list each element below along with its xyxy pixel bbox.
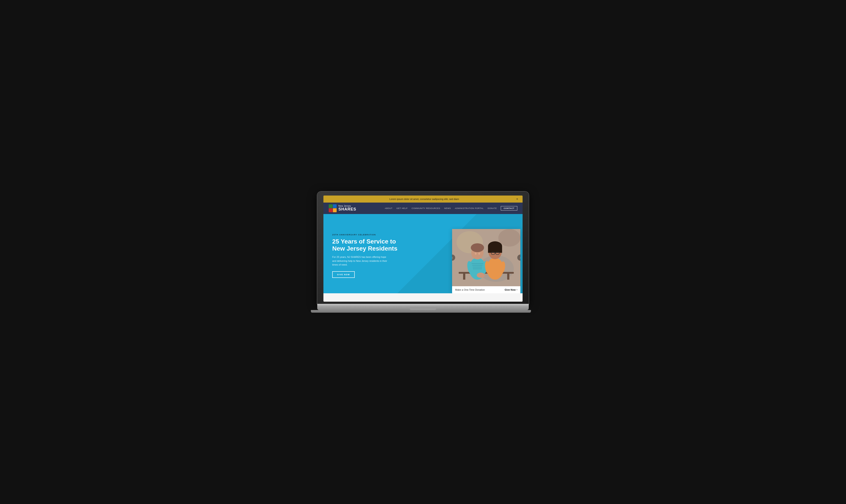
nav-link-admin[interactable]: ADMINISTRATION PORTAL — [455, 207, 484, 210]
hero-body-text: For 25 years, NJ SHARES has been offerin… — [332, 255, 389, 267]
screen-bezel: Lorem ipsum dolor sit amet, consetetur s… — [317, 192, 529, 304]
hero-title: 25 Years of Service to New Jersey Reside… — [332, 238, 398, 252]
logo-shares: SHARES — [338, 207, 356, 212]
nav-link-donate[interactable]: DONATE — [488, 207, 497, 210]
svg-point-15 — [478, 253, 480, 255]
nav-link-about[interactable]: ABOUT — [385, 207, 393, 210]
nav-links: ABOUT GET HELP COMMUNITY RESOURCES NEWS … — [385, 206, 517, 211]
laptop-base — [317, 304, 529, 310]
svg-point-14 — [475, 253, 477, 255]
give-now-label: Give Now — [505, 288, 516, 291]
svg-rect-5 — [463, 273, 465, 280]
contact-button[interactable]: CONTACT — [501, 206, 517, 211]
logo-text: New Jersey SHARES — [338, 205, 356, 212]
nav-link-community[interactable]: COMMUNITY RESOURCES — [411, 207, 440, 210]
svg-point-18 — [477, 273, 485, 278]
svg-rect-8 — [470, 263, 485, 264]
give-now-button[interactable]: Give Now › — [505, 288, 517, 291]
announcement-text: Lorem ipsum dolor sit amet, consetetur s… — [332, 198, 516, 200]
svg-point-13 — [471, 243, 484, 252]
logo-icon — [329, 204, 337, 212]
announcement-close-button[interactable]: + — [516, 197, 518, 201]
donation-label: Make a One-Time Donation — [455, 288, 485, 291]
laptop-foot — [311, 310, 531, 313]
svg-point-2 — [498, 229, 521, 247]
footer-area — [323, 293, 523, 302]
browser-screen: Lorem ipsum dolor sit amet, consetetur s… — [323, 196, 523, 302]
svg-rect-4 — [459, 272, 514, 274]
nav-link-get-help[interactable]: GET HELP — [396, 207, 408, 210]
give-now-arrow-icon: › — [517, 288, 517, 291]
women-illustration — [452, 229, 521, 286]
hero-image: ‹ › — [452, 229, 521, 286]
site-logo[interactable]: New Jersey SHARES — [329, 204, 356, 212]
navigation-bar: New Jersey SHARES ABOUT GET HELP COMMUNI… — [323, 202, 523, 214]
hero-content-right: ‹ › Make a One-Time Donation Give Now › — [452, 214, 523, 293]
hero-section: 25TH ANNIVERSARY CELEBRATION 25 Years of… — [323, 214, 523, 293]
hero-cta-button[interactable]: GIVE NOW — [332, 271, 355, 278]
donation-card-footer: Make a One-Time Donation Give Now › — [452, 286, 521, 293]
hero-image-card: ‹ › Make a One-Time Donation Give Now › — [452, 229, 521, 293]
hero-content-left: 25TH ANNIVERSARY CELEBRATION 25 Years of… — [323, 214, 452, 293]
announcement-bar: Lorem ipsum dolor sit amet, consetetur s… — [323, 196, 523, 202]
hero-subtitle: 25TH ANNIVERSARY CELEBRATION — [332, 234, 445, 236]
svg-rect-6 — [507, 273, 509, 280]
laptop-mockup: Lorem ipsum dolor sit amet, consetetur s… — [317, 192, 529, 313]
nav-link-news[interactable]: NEWS — [444, 207, 451, 210]
svg-rect-22 — [488, 246, 502, 253]
